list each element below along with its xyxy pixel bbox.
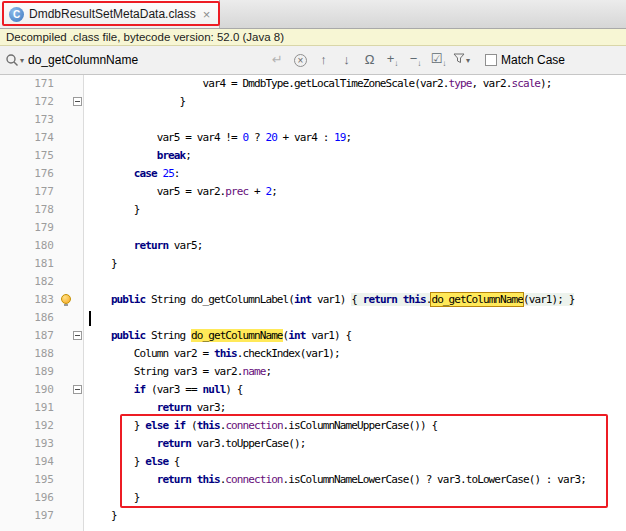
code-line[interactable]: 197 } (0, 507, 626, 525)
line-number: 175 (0, 147, 60, 165)
line-number: 181 (0, 255, 60, 273)
line-number: 176 (0, 165, 60, 183)
code-line[interactable]: 181 } (0, 255, 626, 273)
tab-dmdb-resultset-metadata[interactable]: C DmdbResultSetMetaData.class × (0, 0, 220, 28)
line-number: 178 (0, 201, 60, 219)
line-number: 190 (0, 381, 60, 399)
code-line[interactable]: 171 var4 = DmdbType.getLocalTimeZoneScal… (0, 75, 626, 93)
intention-bulb-icon[interactable] (61, 294, 71, 304)
line-number: 186 (0, 309, 60, 327)
ide-window: C DmdbResultSetMetaData.class × Decompil… (0, 0, 626, 531)
checkbox-icon (485, 54, 497, 66)
code-line[interactable]: 180 return var5; (0, 237, 626, 255)
match-case-label: Match Case (501, 53, 565, 67)
line-number: 191 (0, 399, 60, 417)
code-lines: 171 var4 = DmdbType.getLocalTimeZoneScal… (0, 75, 626, 525)
newline-icon[interactable]: ↵ (266, 47, 289, 73)
next-occurrence-icon[interactable]: ↓ (335, 47, 358, 73)
line-number: 196 (0, 489, 60, 507)
tab-close-icon[interactable]: × (203, 7, 211, 22)
fold-marker-icon[interactable] (73, 385, 82, 394)
line-number: 173 (0, 111, 60, 129)
search-input[interactable] (28, 53, 266, 67)
tab-title: DmdbResultSetMetaData.class (29, 7, 196, 21)
filter-search-results-icon[interactable]: ▾ (450, 46, 473, 74)
code-line[interactable]: 194 } else { (0, 453, 626, 471)
line-number: 187 (0, 327, 60, 345)
line-number: 194 (0, 453, 60, 471)
code-line[interactable]: 172 } (0, 93, 626, 111)
code-line[interactable]: 174 var5 = var4 != 0 ? 20 + var4 : 19; (0, 129, 626, 147)
find-word-at-caret-icon[interactable]: Ω (358, 47, 381, 73)
decompiled-banner: Decompiled .class file, bytecode version… (0, 29, 626, 46)
code-line[interactable]: 195 return this.connection.isColumnNameL… (0, 471, 626, 489)
code-line[interactable]: 190 if (var3 == null) { (0, 381, 626, 399)
code-line[interactable]: 179 (0, 219, 626, 237)
select-all-occurrences-icon[interactable]: ☑↓ (427, 46, 450, 74)
search-history-button[interactable]: ▾ (5, 53, 24, 67)
code-line[interactable]: 189 String var3 = var2.name; (0, 363, 626, 381)
code-line[interactable]: 176 case 25: (0, 165, 626, 183)
text-caret (89, 311, 91, 326)
chevron-down-icon: ▾ (20, 56, 24, 65)
line-number: 182 (0, 273, 60, 291)
previous-occurrence-icon[interactable]: ↑ (312, 47, 335, 73)
small-down-arrow-icon: ↓ (417, 59, 421, 68)
funnel-icon (453, 52, 465, 64)
class-icon: C (9, 7, 24, 22)
code-line[interactable]: 193 return var3.toUpperCase(); (0, 435, 626, 453)
unselect-occurrence-icon[interactable]: −↓ (404, 46, 427, 74)
code-line[interactable]: 182 (0, 273, 626, 291)
code-line[interactable]: 192 } else if (this.connection.isColumnN… (0, 417, 626, 435)
line-number: 177 (0, 183, 60, 201)
line-number: 179 (0, 219, 60, 237)
search-icon (5, 53, 19, 67)
line-number: 172 (0, 93, 60, 111)
editor-tab-bar: C DmdbResultSetMetaData.class × (0, 0, 626, 29)
code-line[interactable]: 173 (0, 111, 626, 129)
find-bar: ▾ ↵ × ↑ ↓ Ω +↓ −↓ ☑↓ ▾ Match Case (0, 46, 626, 75)
fold-marker-icon[interactable] (73, 331, 82, 340)
line-number: 189 (0, 363, 60, 381)
match-case-checkbox[interactable]: Match Case (485, 53, 565, 67)
add-selection-icon[interactable]: +↓ (381, 46, 404, 74)
line-number: 197 (0, 507, 60, 525)
code-line[interactable]: 187 public String do_getColumnName(int v… (0, 327, 626, 345)
chevron-down-icon: ▾ (466, 56, 470, 65)
line-number: 183 (0, 291, 60, 309)
code-line[interactable]: 186 (0, 309, 626, 327)
code-line[interactable]: 188 Column var2 = this.checkIndex(var1); (0, 345, 626, 363)
line-number: 193 (0, 435, 60, 453)
line-number: 171 (0, 75, 60, 93)
code-line[interactable]: 177 var5 = var2.prec + 2; (0, 183, 626, 201)
line-number: 174 (0, 129, 60, 147)
line-number: 195 (0, 471, 60, 489)
small-down-arrow-icon: ↓ (442, 59, 446, 68)
clear-search-icon[interactable]: × (289, 47, 312, 73)
code-line[interactable]: 175 break; (0, 147, 626, 165)
fold-marker-icon[interactable] (73, 97, 82, 106)
code-line[interactable]: 178 } (0, 201, 626, 219)
small-down-arrow-icon: ↓ (394, 59, 398, 68)
line-number: 180 (0, 237, 60, 255)
code-line[interactable]: 183 public String do_getColumnLabel(int … (0, 291, 626, 309)
code-line[interactable]: 191 return var3; (0, 399, 626, 417)
line-number: 188 (0, 345, 60, 363)
line-number: 192 (0, 417, 60, 435)
code-line[interactable]: 196 } (0, 489, 626, 507)
code-editor[interactable]: 171 var4 = DmdbType.getLocalTimeZoneScal… (0, 75, 626, 531)
